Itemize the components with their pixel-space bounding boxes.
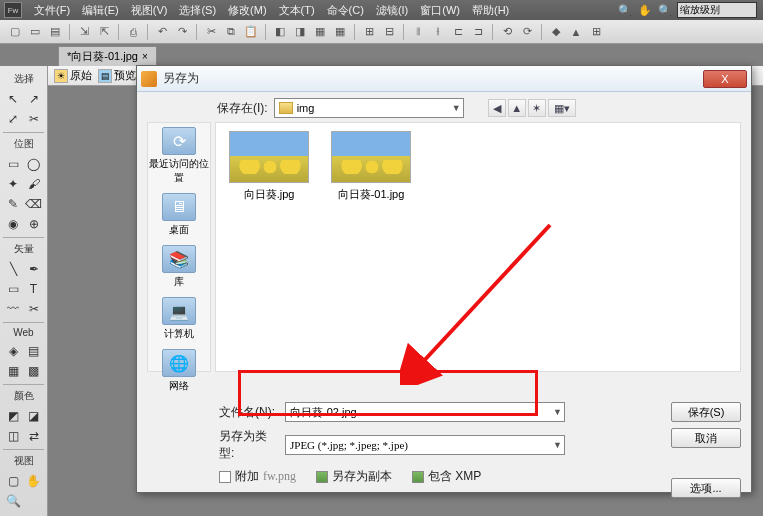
hand-tool-icon[interactable]: ✋ bbox=[25, 472, 43, 490]
tb-copy-icon[interactable]: ⧉ bbox=[222, 23, 240, 41]
place-recent[interactable]: ⟳ 最近访问的位置 bbox=[148, 127, 210, 185]
cancel-button[interactable]: 取消 bbox=[671, 428, 741, 448]
freeform-tool-icon[interactable]: 〰 bbox=[4, 300, 22, 318]
savecopy-checkbox[interactable] bbox=[316, 471, 328, 483]
tb-new-icon[interactable]: ▢ bbox=[6, 23, 24, 41]
tb-align-icon[interactable]: ⊐ bbox=[469, 23, 487, 41]
line-tool-icon[interactable]: ╲ bbox=[4, 260, 22, 278]
hide-tool-icon[interactable]: ▦ bbox=[4, 362, 22, 380]
document-tab[interactable]: *向日葵-01.jpg × bbox=[58, 46, 157, 66]
pen-tool-icon[interactable]: ✒ bbox=[25, 260, 43, 278]
tb-redo-icon[interactable]: ↷ bbox=[173, 23, 191, 41]
tb-open-icon[interactable]: ▭ bbox=[26, 23, 44, 41]
swap-color-icon[interactable]: ⇄ bbox=[25, 427, 43, 445]
pointer-tool-icon[interactable]: ↖ bbox=[4, 90, 22, 108]
menu-file[interactable]: 文件(F) bbox=[28, 1, 76, 20]
menu-edit[interactable]: 编辑(E) bbox=[76, 1, 125, 20]
place-computer[interactable]: 💻 计算机 bbox=[162, 297, 196, 341]
view-preview[interactable]: ▤ 预览 bbox=[98, 68, 136, 83]
place-desktop[interactable]: 🖥 桌面 bbox=[162, 193, 196, 237]
menu-help[interactable]: 帮助(H) bbox=[466, 1, 515, 20]
filename-value: 向日葵-02.jpg bbox=[290, 405, 357, 420]
menu-command[interactable]: 命令(C) bbox=[321, 1, 370, 20]
thumbnail-icon bbox=[229, 131, 309, 183]
file-list[interactable]: 向日葵.jpg 向日葵-01.jpg bbox=[215, 122, 741, 372]
tb-group-icon[interactable]: ⊞ bbox=[360, 23, 378, 41]
tb-cut-icon[interactable]: ✂ bbox=[202, 23, 220, 41]
eraser-tool-icon[interactable]: ⌫ bbox=[25, 195, 43, 213]
fill-color-icon[interactable]: ◪ bbox=[25, 407, 43, 425]
tb-btn-icon[interactable]: ▲ bbox=[567, 23, 585, 41]
zoom-icon[interactable]: 🔍 bbox=[657, 2, 673, 18]
newfolder-icon[interactable]: ✶ bbox=[528, 99, 546, 117]
file-item[interactable]: 向日葵.jpg bbox=[224, 131, 314, 202]
section-web: Web bbox=[0, 327, 47, 338]
tb-btn-icon[interactable]: ◨ bbox=[291, 23, 309, 41]
tb-save-icon[interactable]: ▤ bbox=[46, 23, 64, 41]
lasso-tool-icon[interactable]: ◯ bbox=[25, 155, 43, 173]
knife-tool-icon[interactable]: ✂ bbox=[25, 300, 43, 318]
hand-icon[interactable]: ✋ bbox=[637, 2, 653, 18]
tb-align-icon[interactable]: ⊏ bbox=[449, 23, 467, 41]
viewmode-icon[interactable]: ▦▾ bbox=[548, 99, 576, 117]
tb-align-icon[interactable]: ⫴ bbox=[409, 23, 427, 41]
subselect-tool-icon[interactable]: ↗ bbox=[25, 90, 43, 108]
attach-checkbox[interactable] bbox=[219, 471, 231, 483]
tb-ungroup-icon[interactable]: ⊟ bbox=[380, 23, 398, 41]
place-library[interactable]: 📚 库 bbox=[162, 245, 196, 289]
wand-tool-icon[interactable]: ✦ bbox=[4, 175, 22, 193]
search-icon[interactable]: 🔍 bbox=[617, 2, 633, 18]
marquee-tool-icon[interactable]: ▭ bbox=[4, 155, 22, 173]
menu-select[interactable]: 选择(S) bbox=[173, 1, 222, 20]
tb-import-icon[interactable]: ⇲ bbox=[75, 23, 93, 41]
rect-tool-icon[interactable]: ▭ bbox=[4, 280, 22, 298]
stamp-tool-icon[interactable]: ⊕ bbox=[25, 215, 43, 233]
tb-align-icon[interactable]: ⫲ bbox=[429, 23, 447, 41]
scale-tool-icon[interactable]: ⤢ bbox=[4, 110, 22, 128]
tb-btn-icon[interactable]: ◧ bbox=[271, 23, 289, 41]
pencil-tool-icon[interactable]: ✎ bbox=[4, 195, 22, 213]
tb-rotate-icon[interactable]: ⟲ bbox=[498, 23, 516, 41]
xmp-checkbox[interactable] bbox=[412, 471, 424, 483]
blur-tool-icon[interactable]: ◉ bbox=[4, 215, 22, 233]
tb-btn-icon[interactable]: ▦ bbox=[311, 23, 329, 41]
default-color-icon[interactable]: ◫ bbox=[4, 427, 22, 445]
back-icon[interactable]: ◀ bbox=[488, 99, 506, 117]
menu-view[interactable]: 视图(V) bbox=[125, 1, 174, 20]
place-network[interactable]: 🌐 网络 bbox=[162, 349, 196, 393]
brush-tool-icon[interactable]: 🖌 bbox=[25, 175, 43, 193]
close-button[interactable]: X bbox=[703, 70, 747, 88]
close-icon[interactable]: × bbox=[142, 51, 148, 62]
menu-modify[interactable]: 修改(M) bbox=[222, 1, 273, 20]
tb-btn-icon[interactable]: ▦ bbox=[331, 23, 349, 41]
zoom-tool-icon[interactable]: 🔍 bbox=[4, 492, 22, 510]
stroke-color-icon[interactable]: ◩ bbox=[4, 407, 22, 425]
up-icon[interactable]: ▲ bbox=[508, 99, 526, 117]
tb-undo-icon[interactable]: ↶ bbox=[153, 23, 171, 41]
tb-export-icon[interactable]: ⇱ bbox=[95, 23, 113, 41]
tb-rotate-icon[interactable]: ⟳ bbox=[518, 23, 536, 41]
menu-text[interactable]: 文本(T) bbox=[273, 1, 321, 20]
tb-paste-icon[interactable]: 📋 bbox=[242, 23, 260, 41]
crop-tool-icon[interactable]: ✂ bbox=[25, 110, 43, 128]
options-button[interactable]: 选项... bbox=[671, 478, 741, 498]
slice-tool-icon[interactable]: ▤ bbox=[25, 342, 43, 360]
menu-window[interactable]: 窗口(W) bbox=[414, 1, 466, 20]
filename-combo[interactable]: 向日葵-02.jpg ▼ bbox=[285, 402, 565, 422]
text-tool-icon[interactable]: T bbox=[25, 280, 43, 298]
view-original[interactable]: ☀ 原始 bbox=[54, 68, 92, 83]
save-in-combo[interactable]: img ▼ bbox=[274, 98, 464, 118]
tb-btn-icon[interactable]: ⊞ bbox=[587, 23, 605, 41]
original-icon: ☀ bbox=[54, 69, 68, 83]
file-item[interactable]: 向日葵-01.jpg bbox=[326, 131, 416, 202]
menu-filter[interactable]: 滤镜(I) bbox=[370, 1, 414, 20]
show-tool-icon[interactable]: ▩ bbox=[25, 362, 43, 380]
tb-print-icon[interactable]: ⎙ bbox=[124, 23, 142, 41]
thumbnail-icon bbox=[331, 131, 411, 183]
tb-btn-icon[interactable]: ◆ bbox=[547, 23, 565, 41]
hotspot-tool-icon[interactable]: ◈ bbox=[4, 342, 22, 360]
screen-mode-icon[interactable]: ▢ bbox=[4, 472, 22, 490]
filetype-combo[interactable]: JPEG (*.jpg; *.jpeg; *.jpe) ▼ bbox=[285, 435, 565, 455]
save-button[interactable]: 保存(S) bbox=[671, 402, 741, 422]
zoom-input[interactable] bbox=[677, 2, 757, 18]
